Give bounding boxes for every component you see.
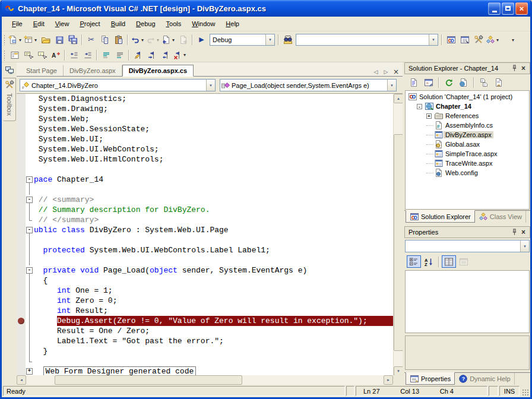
- previous-bookmark-button[interactable]: [159, 49, 172, 62]
- code-line[interactable]: int One = 1;: [17, 286, 393, 296]
- solution-explorer-window-button[interactable]: [444, 33, 458, 46]
- expand-region-icon[interactable]: +: [26, 368, 33, 375]
- code-line[interactable]: {: [17, 276, 393, 286]
- tab-divbyzero-aspx-cs[interactable]: DivByZero.aspx.cs: [122, 65, 194, 77]
- titlebar[interactable]: Chapter_14 - Microsoft Visual C# .NET [d…: [0, 0, 532, 17]
- breakpoint-margin[interactable]: [17, 205, 26, 215]
- view-code-button[interactable]: [407, 77, 421, 89]
- code-line[interactable]: -pace Chapter_14: [17, 175, 393, 185]
- quick-info-button[interactable]: i: [35, 49, 49, 62]
- breakpoint-margin[interactable]: [17, 356, 26, 366]
- refresh-button[interactable]: [442, 77, 456, 89]
- comment-out-button[interactable]: [99, 49, 113, 62]
- breakpoint-margin[interactable]: [17, 326, 26, 336]
- solution-tree[interactable]: Solution 'Chapter_14' (1 project)-Chapte…: [405, 90, 530, 210]
- copy-web-project-button[interactable]: [457, 77, 471, 89]
- breakpoint-margin[interactable]: [17, 286, 26, 296]
- code-line[interactable]: System.Diagnostics;: [17, 94, 393, 104]
- breakpoint-margin[interactable]: [17, 296, 26, 306]
- breakpoint-margin[interactable]: [17, 175, 26, 185]
- close-document-button[interactable]: ×: [392, 67, 400, 76]
- properties-view-button[interactable]: [442, 255, 456, 268]
- breakpoint-margin[interactable]: [17, 164, 26, 175]
- tree-item-simpletrace-aspx[interactable]: SimpleTrace.aspx: [406, 149, 529, 159]
- collapse-region-icon[interactable]: -: [26, 227, 33, 233]
- tree-item-solution-chapter-14-1-project[interactable]: Solution 'Chapter_14' (1 project): [406, 92, 529, 102]
- toolbar-grip[interactable]: [4, 34, 5, 45]
- menu-window[interactable]: Window: [186, 18, 220, 29]
- paste-button[interactable]: [112, 33, 125, 46]
- breakpoint-margin[interactable]: [17, 94, 26, 104]
- fold-margin[interactable]: [26, 306, 34, 316]
- code-line[interactable]: System.Web.UI.HtmlControls;: [17, 154, 393, 164]
- breakpoint-margin[interactable]: [17, 144, 26, 154]
- properties-window-button[interactable]: [458, 33, 471, 46]
- object-combo[interactable]: ▼: [405, 240, 530, 252]
- vertical-scrollbar[interactable]: ▲ ▼: [393, 94, 403, 375]
- breakpoint-margin[interactable]: [17, 245, 26, 255]
- menu-project[interactable]: Project: [74, 18, 105, 29]
- code-editor[interactable]: System.Diagnostics; System.Drawing; Syst…: [17, 93, 403, 375]
- solution-config-combo[interactable]: Debug▼: [210, 34, 275, 46]
- code-line[interactable]: [17, 356, 393, 366]
- show-all-files-button[interactable]: [477, 77, 491, 89]
- undo-button[interactable]: ▾: [130, 33, 145, 46]
- collapse-icon[interactable]: -: [417, 104, 422, 109]
- code-line[interactable]: int Zero = 0;: [17, 296, 393, 306]
- code-line[interactable]: [17, 255, 393, 265]
- alphabetical-button[interactable]: AZ: [422, 255, 436, 268]
- minimize-button[interactable]: [488, 2, 501, 15]
- collapse-region-icon[interactable]: -: [26, 267, 33, 274]
- close-button[interactable]: ×: [515, 2, 528, 15]
- code-line[interactable]: [17, 235, 393, 245]
- breakpoint-margin[interactable]: [17, 276, 26, 286]
- menu-view[interactable]: View: [50, 18, 75, 29]
- solution-explorer-titlebar[interactable]: Solution Explorer - Chapter_14 ×: [404, 62, 530, 74]
- fold-margin[interactable]: +: [26, 366, 34, 375]
- vertical-scroll-thumb[interactable]: [394, 134, 403, 351]
- fold-margin[interactable]: [26, 185, 34, 195]
- property-pages-button[interactable]: [457, 255, 471, 268]
- copy-button[interactable]: [98, 33, 112, 46]
- members-combo-dropdown[interactable]: ▼: [387, 80, 396, 91]
- toolbar-options-button[interactable]: ▾: [501, 33, 516, 46]
- breakpoint-margin[interactable]: [17, 154, 26, 164]
- member-list-button[interactable]: [8, 49, 21, 62]
- menu-debug[interactable]: Debug: [131, 18, 160, 29]
- add-item-button[interactable]: ▾: [23, 33, 39, 46]
- code-line[interactable]: + Web Form Designer generated code: [17, 366, 393, 375]
- new-project-button[interactable]: ▾: [8, 33, 23, 46]
- breakpoint-margin[interactable]: [17, 346, 26, 356]
- fold-margin[interactable]: [26, 235, 34, 245]
- tree-item-assemblyinfo-cs[interactable]: #AssemblyInfo.cs: [406, 121, 529, 130]
- breakpoint-margin[interactable]: [17, 104, 26, 114]
- se-properties-button[interactable]: [492, 77, 506, 89]
- expand-icon[interactable]: +: [426, 113, 432, 119]
- menu-edit[interactable]: Edit: [28, 18, 50, 29]
- decrease-indent-button[interactable]: [67, 49, 81, 62]
- code-line[interactable]: Debug.Assert(Zero != 0, "Value of Zero w…: [17, 316, 393, 326]
- increase-indent-button[interactable]: [81, 49, 94, 62]
- scroll-right-button[interactable]: ▷: [382, 67, 390, 76]
- find-combo[interactable]: ▼: [296, 34, 438, 46]
- fold-margin[interactable]: -: [26, 265, 34, 276]
- tree-item-tracewrite-aspx[interactable]: TraceWrite.aspx: [406, 159, 529, 168]
- maximize-button[interactable]: [502, 2, 514, 15]
- properties-grid[interactable]: [405, 270, 530, 333]
- scroll-left-button[interactable]: ◄: [17, 375, 26, 385]
- clear-bookmarks-button[interactable]: ▾: [172, 49, 188, 62]
- fold-margin[interactable]: [26, 316, 34, 326]
- breakpoint-margin[interactable]: [17, 124, 26, 134]
- fold-margin[interactable]: [26, 245, 34, 255]
- breakpoint-margin[interactable]: [17, 215, 26, 225]
- code-line[interactable]: - private void Page_Load(object sender, …: [17, 265, 393, 276]
- breakpoint-margin[interactable]: [17, 316, 26, 326]
- code-line[interactable]: }: [17, 346, 393, 356]
- horizontal-scrollbar[interactable]: ◄ ►: [17, 375, 403, 385]
- horizontal-scroll-thumb[interactable]: [55, 375, 242, 385]
- server-explorer-tab[interactable]: [2, 64, 16, 78]
- scroll-right-button[interactable]: ►: [384, 375, 393, 385]
- toolbox-tab[interactable]: Toolbox: [3, 78, 16, 121]
- fold-margin[interactable]: -: [26, 225, 34, 235]
- code-line[interactable]: Label1.Text = "Got past the error.";: [17, 336, 393, 346]
